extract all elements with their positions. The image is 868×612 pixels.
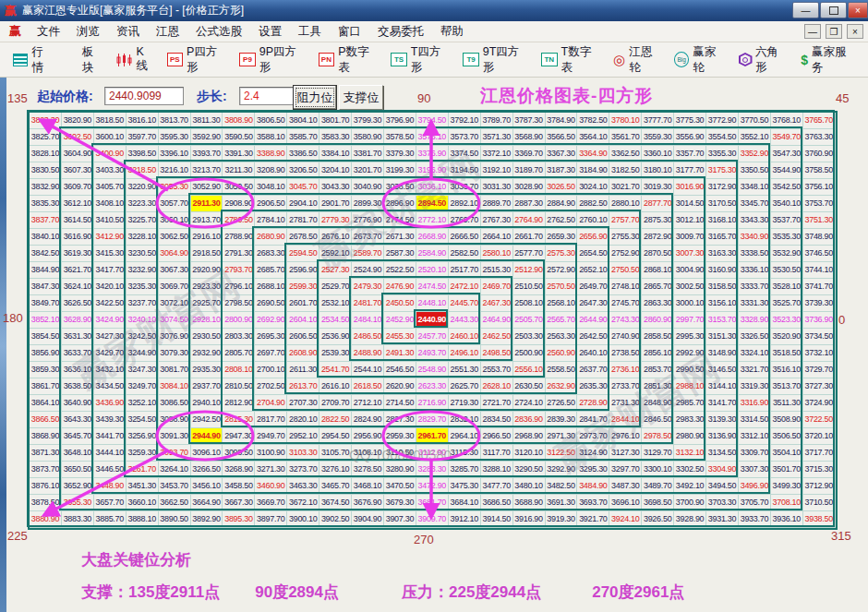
grid-cell: 3252.10 (127, 395, 159, 412)
grid-cell: 3748.90 (803, 229, 836, 246)
grid-cell: 2522.50 (384, 262, 416, 279)
toolbar-item-P四方形[interactable]: PSP四方形 (167, 44, 228, 76)
gann-angle-cell: 2599.30 (287, 279, 319, 295)
grid-cell: 2760.10 (577, 212, 609, 229)
gann-angle-cell: 2978.50 (642, 428, 674, 445)
toolbar-item-9T四方形[interactable]: T99T四方形 (463, 44, 529, 76)
menu-item-帮助[interactable]: 帮助 (432, 22, 472, 42)
grid-cell: 3784.90 (546, 113, 578, 129)
toolbar-item-江恩轮[interactable]: ◎江恩轮 (613, 44, 662, 76)
grid-cell: 3878.50 (30, 495, 62, 511)
toolbar-item-P数字表[interactable]: PNP数字表 (319, 44, 380, 76)
toolbar-item-六角形[interactable]: 六角形 (739, 44, 790, 76)
grid-cell: 3859.30 (30, 362, 62, 378)
grid-cell: 2582.50 (449, 246, 481, 262)
grid-cell: 3604.90 (62, 146, 94, 162)
grid-cell: 2973.70 (577, 428, 609, 445)
grid-cell: 3933.70 (739, 511, 771, 528)
grid-cell: 3544.90 (771, 162, 803, 179)
grid-cell: 2755.30 (609, 229, 642, 246)
grid-cell: 3312.10 (739, 428, 771, 445)
grid-cell: 2954.50 (319, 428, 352, 445)
toolbar-item-行情[interactable]: 行情 (13, 44, 54, 76)
grid-cell: 2841.70 (577, 412, 609, 428)
menu-item-文件[interactable]: 文件 (29, 22, 68, 42)
grid-cell: 3566.50 (546, 129, 578, 146)
grid-cell: 3571.30 (481, 129, 513, 146)
toolbar-item-K线[interactable]: K线 (116, 45, 154, 74)
support-button[interactable]: 支撑位 (339, 85, 383, 110)
grid-cell: 3900.10 (287, 511, 319, 528)
toolbar-item-板块[interactable]: 板块 (66, 44, 105, 76)
grid-cell: 3513.70 (771, 378, 803, 395)
grid-cell: 3864.10 (30, 395, 62, 412)
grid-cell: 3136.90 (706, 428, 739, 445)
grid-cell: 3816.10 (127, 113, 159, 129)
grid-cell: 2635.30 (577, 378, 609, 395)
grid-cell: 3626.50 (62, 295, 94, 312)
grid-cell: 2870.50 (642, 246, 674, 262)
angle-label-135: 135 (7, 91, 28, 105)
gann-angle-cell: 2750.50 (609, 262, 642, 279)
toolbar-item-赢家服务[interactable]: $赢家服务 (801, 44, 856, 76)
grid-cell: 3206.50 (287, 162, 319, 179)
grid-cell: 3453.70 (159, 478, 191, 495)
toolbar-label: 行情 (31, 44, 54, 76)
gann-angle-cell: 3938.50 (803, 511, 836, 528)
grid-cell: 2748.10 (609, 279, 642, 295)
toolbar-item-赢家轮[interactable]: Big赢家轮 (674, 44, 727, 76)
grid-cell: 2601.70 (287, 295, 319, 312)
grid-cell: 2968.90 (513, 428, 546, 445)
toolbar-item-T数字表[interactable]: TNT数字表 (541, 44, 601, 76)
gann-angle-cell: 3751.30 (803, 212, 836, 229)
grid-cell: 3096.10 (191, 445, 223, 462)
grid-cell: 2731.30 (609, 395, 642, 412)
menu-item-窗口[interactable]: 窗口 (330, 22, 369, 42)
grid-cell: 3674.50 (319, 495, 352, 511)
mdi-button[interactable]: — (804, 24, 821, 39)
cardinal-angle-cell: 3472.90 (416, 478, 449, 495)
menu-item-资讯[interactable]: 资讯 (108, 22, 148, 42)
grid-cell: 3818.50 (94, 113, 127, 129)
mdi-button[interactable]: × (847, 24, 863, 39)
menu-item-设置[interactable]: 设置 (250, 22, 290, 42)
gann-angle-cell: 3866.50 (30, 412, 62, 428)
grid-cell: 2688.10 (255, 279, 287, 295)
grid-cell: 3012.10 (674, 212, 706, 229)
grid-cell: 3667.30 (223, 495, 255, 511)
grid-cell: 3266.50 (191, 462, 223, 478)
grid-cell: 2769.70 (449, 212, 481, 229)
menu-item-交易委托[interactable]: 交易委托 (369, 22, 432, 42)
grid-cell: 3292.90 (546, 462, 578, 478)
menu-item-江恩[interactable]: 江恩 (148, 22, 187, 42)
menu-item-工具[interactable]: 工具 (290, 22, 330, 42)
minimize-button[interactable]: — (792, 2, 819, 18)
grid-cell: 2904.10 (287, 196, 319, 212)
menu-item-浏览[interactable]: 浏览 (68, 22, 108, 42)
grid-cell: 3494.50 (706, 478, 739, 495)
grid-cell: 2925.70 (191, 295, 223, 312)
grid-cell: 2709.70 (319, 395, 352, 412)
grid-cell: 3679.30 (384, 495, 416, 511)
grid-cell: 3520.90 (771, 329, 803, 345)
grid-cell: 3470.50 (384, 478, 416, 495)
toolbar-item-9P四方形[interactable]: P99P四方形 (239, 44, 306, 76)
grid-cell: 3888.10 (127, 511, 159, 528)
gann-angle-cell: 2455.30 (384, 329, 416, 345)
close-button[interactable]: × (848, 2, 868, 18)
grid-cell: 3038.50 (384, 179, 416, 196)
grid-cell: 3729.70 (803, 362, 836, 378)
grid-cell: 3578.50 (384, 129, 416, 146)
grid-cell: 2980.90 (674, 428, 706, 445)
resistance-button[interactable]: 阻力位 (293, 85, 337, 110)
gann-angle-cell: 3093.70 (159, 445, 191, 462)
grid-cell: 3009.70 (674, 229, 706, 246)
mdi-button[interactable]: ❐ (826, 24, 842, 39)
menu-item-公式选股[interactable]: 公式选股 (187, 22, 250, 42)
toolbar-item-T四方形[interactable]: TST四方形 (391, 44, 451, 76)
P数字表-icon: PN (319, 53, 334, 66)
start-price-input[interactable]: 2440.9099 (104, 87, 184, 105)
gann-angle-cell: 2815.30 (223, 412, 255, 428)
grid-cell: 3825.70 (30, 129, 62, 146)
maximize-button[interactable] (820, 2, 847, 18)
